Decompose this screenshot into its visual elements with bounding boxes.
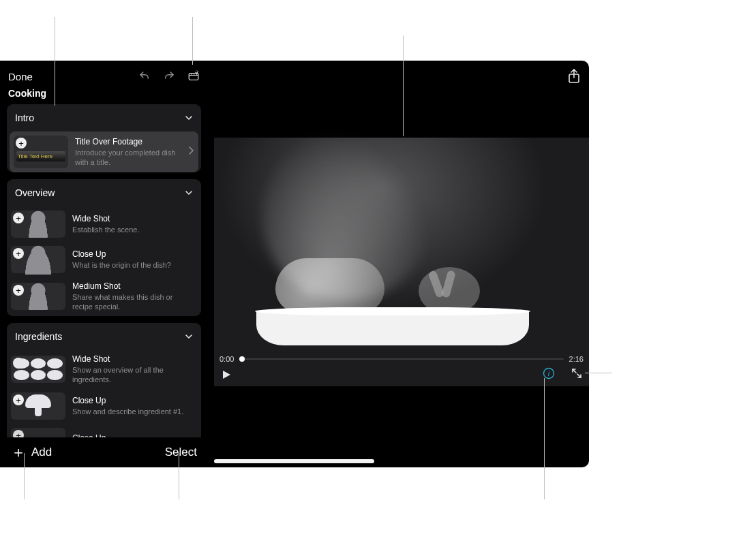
chevron-down-icon	[185, 189, 193, 197]
section-title: Overview	[15, 187, 55, 198]
add-media-icon[interactable]: +	[13, 285, 24, 296]
clip-row-wide-shot[interactable]: + Wide Shot Establish the scene.	[7, 206, 201, 242]
section-title: Ingredients	[15, 331, 62, 342]
thumb-title-text: Title Text Here	[16, 151, 65, 161]
sidebar-top-bar: Done	[0, 61, 208, 82]
clip-description: Show and describe ingredient #1.	[72, 407, 194, 416]
clip-description: What is the origin of the dish?	[72, 260, 194, 270]
add-media-icon[interactable]: +	[13, 394, 24, 405]
add-media-icon[interactable]: +	[16, 138, 27, 149]
callout-line	[192, 17, 193, 65]
ingredients-grid-icon	[14, 358, 63, 380]
timeline-strip[interactable]	[214, 459, 374, 463]
chevron-right-icon	[187, 146, 194, 158]
add-button[interactable]: ＋ Add	[11, 445, 52, 460]
callout-line	[24, 453, 25, 499]
undo-icon[interactable]	[138, 70, 151, 82]
add-media-icon[interactable]: +	[13, 213, 24, 223]
clip-thumbnail: +	[11, 356, 65, 383]
clip-description: Introduce your completed dish with a tit…	[75, 148, 186, 168]
chevron-down-icon	[185, 332, 193, 341]
callout-line	[179, 453, 179, 499]
clip-row-title-over-footage[interactable]: + Title Text Here Title Over Footage Int…	[10, 131, 198, 172]
top-icons	[138, 70, 200, 82]
clip-thumbnail: +	[11, 283, 65, 310]
silhouette-icon	[27, 283, 49, 310]
section-header-ingredients[interactable]: Ingredients	[7, 323, 201, 350]
clip-description: Establish the scene.	[72, 225, 194, 234]
select-button[interactable]: Select	[165, 446, 197, 459]
scrub-playhead[interactable]	[239, 356, 245, 362]
clip-title: Close Up	[72, 249, 194, 259]
clip-title: Title Over Footage	[75, 137, 186, 146]
svg-text:i: i	[548, 369, 550, 377]
clip-description: Share what makes this dish or recipe spe…	[72, 292, 194, 312]
play-icon[interactable]	[221, 369, 232, 380]
done-button[interactable]: Done	[8, 71, 33, 82]
add-label: Add	[31, 446, 52, 459]
time-total: 2:16	[569, 355, 584, 363]
clip-text: Title Over Footage Introduce your comple…	[75, 137, 186, 168]
clip-title: Medium Shot	[72, 281, 194, 291]
ingredient-icon	[25, 394, 51, 418]
silhouette-icon	[27, 211, 49, 238]
callout-line	[403, 35, 404, 136]
redo-icon[interactable]	[163, 70, 175, 82]
clip-row-ingredient-1[interactable]: + Close Up Show and describe ingredient …	[7, 388, 201, 424]
section-header-overview[interactable]: Overview	[7, 179, 201, 206]
callout-line	[55, 17, 55, 106]
sidebar-footer: ＋ Add Select	[0, 437, 208, 467]
app-frame: Done Cooking Intro	[0, 61, 589, 467]
clip-row-medium-shot[interactable]: + Medium Shot Share what makes this dish…	[7, 277, 201, 316]
clip-row-close-up[interactable]: + Close Up What is the origin of the dis…	[7, 242, 201, 277]
share-icon[interactable]	[567, 69, 581, 84]
section-title: Intro	[15, 112, 34, 123]
chevron-down-icon	[185, 114, 193, 122]
callout-line	[544, 378, 545, 499]
clip-thumbnail: +	[11, 392, 65, 420]
fullscreen-icon[interactable]	[571, 368, 582, 382]
preview-player: 0:00 2:16 i	[214, 138, 589, 386]
sidebar: Done Cooking Intro	[0, 61, 208, 467]
clip-thumbnail: + Title Text Here	[14, 136, 68, 168]
section-ingredients: Ingredients + Wide Shot Show an overv	[7, 323, 201, 453]
clip-title: Wide Shot	[72, 214, 194, 223]
section-header-intro[interactable]: Intro	[7, 104, 201, 131]
preview-art	[214, 138, 589, 386]
clip-description: Show an overview of all the ingredients.	[72, 365, 194, 385]
storyboard-icon[interactable]	[187, 70, 200, 82]
clip-title: Wide Shot	[72, 354, 194, 364]
section-overview: Overview + Wide Shot Establish the scene…	[7, 179, 201, 316]
clip-title: Close Up	[72, 396, 194, 405]
player-controls: i	[214, 367, 589, 382]
section-intro: Intro + Title Text Here Title Over Foota…	[7, 104, 201, 172]
clip-thumbnail: +	[11, 246, 65, 273]
scrubber[interactable]: 0:00 2:16	[214, 355, 589, 363]
clip-thumbnail: +	[11, 211, 65, 238]
add-media-icon[interactable]: +	[13, 248, 24, 259]
scrub-track[interactable]	[239, 358, 563, 360]
section-list: Intro + Title Text Here Title Over Foota…	[0, 104, 208, 459]
time-current: 0:00	[220, 355, 234, 363]
project-name: Cooking	[0, 82, 208, 104]
silhouette-icon	[23, 245, 53, 275]
clip-row-ingredients-wide[interactable]: + Wide Shot Show an overview of all the …	[7, 350, 201, 389]
callout-line	[585, 373, 612, 373]
